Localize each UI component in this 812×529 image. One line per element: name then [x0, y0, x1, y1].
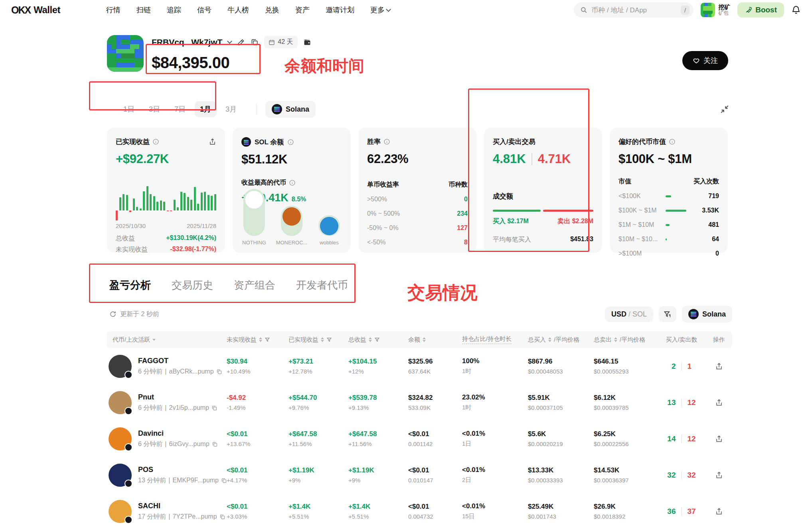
column-header-1[interactable]: 未实现收益 [227, 336, 288, 344]
solana-icon [272, 104, 282, 114]
notifications-bell-icon[interactable] [791, 5, 801, 15]
table-row[interactable]: SACHI17 分钟前|7Y2TPe...pump<$0.01+3.03%+$1… [107, 493, 732, 529]
period-tab-1日[interactable]: 1日 [118, 101, 140, 117]
wallet-address[interactable]: FRBVcq...Wk7jwT [152, 37, 222, 47]
nav-item-more[interactable]: 更多 [370, 5, 390, 15]
wallet-age-badge: 42 天 [264, 36, 297, 48]
token-name[interactable]: Davinci [138, 429, 218, 438]
copy-icon[interactable] [216, 369, 222, 375]
info-icon[interactable] [152, 138, 159, 145]
info-icon[interactable] [383, 138, 390, 145]
share-icon[interactable] [209, 138, 216, 146]
row-actions[interactable] [705, 507, 732, 515]
nav-item-4[interactable]: 牛人榜 [227, 5, 249, 15]
collapse-icon[interactable] [719, 104, 730, 114]
token-address[interactable]: EMKP9F...pump [172, 477, 219, 484]
table-row[interactable]: Davinci6 分钟前|6izGvy...pump<$0.01+13.67%+… [107, 421, 732, 457]
nav-item-7[interactable]: 邀请计划 [326, 5, 354, 15]
row-actions[interactable] [705, 362, 732, 370]
sell-volume: 卖出 $2.28M [557, 217, 593, 226]
nav-more-label: 更多 [370, 5, 385, 15]
period-tab-1月[interactable]: 1月 [195, 101, 216, 117]
refresh-icon[interactable] [109, 311, 117, 318]
copy-icon[interactable] [212, 441, 218, 447]
period-tab-3月[interactable]: 3月 [220, 101, 242, 117]
info-icon[interactable] [289, 179, 296, 186]
table-chain-selector[interactable]: Solana [682, 306, 732, 323]
boost-button[interactable]: Boost [737, 2, 784, 18]
copy-icon[interactable] [219, 514, 225, 520]
nav-item-1[interactable]: 扫链 [136, 5, 151, 15]
brand-logo[interactable]: OKX Wallet [11, 4, 60, 16]
filter-funnel-icon[interactable] [374, 337, 380, 342]
token-name[interactable]: Pnut [138, 393, 217, 401]
filter-button[interactable] [659, 306, 676, 322]
table-row[interactable]: POS13 分钟前|EMKP9F...pump<$0.01+4.17%+$1.1… [107, 457, 732, 493]
share-icon[interactable] [715, 362, 723, 370]
top-token-2[interactable]: wobbles [316, 215, 342, 246]
share-icon[interactable] [715, 507, 723, 515]
mining-button[interactable]: 挖矿 矿包 [701, 3, 730, 17]
token-address[interactable]: 6izGvy...pump [169, 441, 209, 448]
info-icon[interactable] [669, 138, 676, 145]
column-header-7[interactable]: 总卖出/平均价格 [594, 336, 658, 344]
copy-icon[interactable] [251, 38, 259, 46]
share-icon[interactable] [715, 435, 723, 443]
token-name[interactable]: SACHI [138, 502, 225, 510]
wallet-icon[interactable] [303, 38, 311, 46]
info-icon[interactable] [287, 139, 294, 146]
token-name[interactable]: FAGGOT [138, 357, 222, 365]
win-range-label: <-50% [367, 239, 414, 246]
table-row[interactable]: FAGGOT6 分钟前|aByCRk...pump$30.94+10.49%+$… [107, 348, 732, 384]
column-header-3[interactable]: 总收益 [348, 336, 408, 344]
column-header-5[interactable]: 持仓占比/持仓时长 [462, 335, 528, 344]
tab-资产组合[interactable]: 资产组合 [234, 278, 275, 292]
token-address[interactable]: 2v1i5p...pump [169, 404, 209, 411]
search-input[interactable]: 币种 / 地址 / DApp / [574, 2, 693, 18]
column-header-2[interactable]: 已实现收益 [288, 336, 348, 344]
copy-icon[interactable] [211, 405, 217, 411]
table-row[interactable]: Pnut6 分钟前|2v1i5p...pump-$4.92-1.49%+$544… [107, 384, 732, 421]
row-actions[interactable] [705, 435, 732, 443]
column-header-0[interactable]: 代币/上次活跃 [107, 336, 227, 344]
top-token-0[interactable]: NOTHING [241, 189, 267, 246]
top-token-1[interactable]: MONEROC... [277, 206, 306, 246]
token-address[interactable]: 7Y2TPe...pump [172, 513, 217, 520]
column-header-8[interactable]: 买入/卖出数 [658, 336, 705, 344]
buy-count: 2 [672, 362, 676, 371]
edit-icon[interactable] [237, 38, 245, 46]
tab-开发者代币[interactable]: 开发者代币 [296, 278, 348, 292]
wallet-avatar[interactable] [107, 35, 144, 72]
share-icon[interactable] [715, 471, 723, 479]
tab-交易历史[interactable]: 交易历史 [172, 278, 213, 292]
period-tab-7日[interactable]: 7日 [169, 101, 191, 117]
nav-item-5[interactable]: 兑换 [265, 5, 279, 15]
mcap-bar [666, 195, 671, 197]
column-header-9[interactable]: 操作 [705, 336, 732, 344]
position-duration: 1时 [462, 368, 528, 375]
total-sell: $6.25K [594, 430, 658, 438]
chevron-down-icon[interactable] [227, 39, 232, 44]
token-name[interactable]: POS [138, 466, 227, 474]
tab-盈亏分析[interactable]: 盈亏分析 [109, 278, 151, 292]
column-header-4[interactable]: 余额 [408, 336, 462, 344]
column-header-6[interactable]: 总买入/平均价格 [528, 336, 594, 344]
nav-item-2[interactable]: 追踪 [167, 5, 181, 15]
period-tab-3日[interactable]: 3日 [144, 101, 165, 117]
token-address[interactable]: aByCRk...pump [169, 368, 214, 375]
realized-pnl: +$73.21 [288, 358, 348, 366]
filter-funnel-icon[interactable] [265, 337, 270, 342]
follow-button[interactable]: 关注 [682, 51, 728, 70]
filter-funnel-icon[interactable] [326, 337, 332, 342]
row-actions[interactable] [705, 471, 732, 479]
copy-icon[interactable] [221, 478, 227, 484]
row-actions[interactable] [705, 399, 732, 407]
chart-bar-11 [153, 196, 155, 210]
nav-item-3[interactable]: 信号 [197, 5, 211, 15]
chain-selector[interactable]: Solana [265, 101, 316, 118]
okx-logo-icon: OKX [11, 4, 30, 16]
share-icon[interactable] [715, 399, 723, 407]
currency-toggle[interactable]: USD / SOL [605, 307, 653, 322]
nav-item-6[interactable]: 资产 [295, 5, 310, 15]
nav-item-0[interactable]: 行情 [106, 5, 121, 15]
